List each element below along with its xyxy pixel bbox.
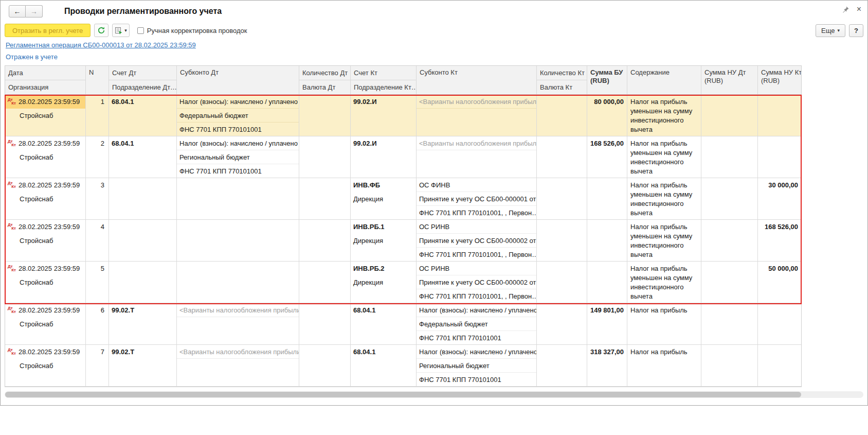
dtkt-icon: ДтКт <box>7 347 16 356</box>
cell-account-dt: 99.02.Т <box>109 345 177 386</box>
row-number: 2 <box>86 136 109 178</box>
row-organization: Стройснаб <box>5 275 85 289</box>
reflect-button[interactable]: Отразить в регл. учете <box>5 24 91 37</box>
postings-icon <box>115 26 123 34</box>
col-header-qty-kt[interactable]: Количество Кт Валюта Кт <box>537 66 587 94</box>
row-subdivision-dt <box>109 109 176 123</box>
table-row[interactable]: ДтКт 28.02.2025 23:59:59 Стройснаб 2 68.… <box>5 136 801 178</box>
operation-link[interactable]: Регламентная операция СБ00-000013 от 28.… <box>6 41 196 49</box>
pin-icon[interactable] <box>842 6 849 13</box>
table-row[interactable]: ДтКт 28.02.2025 23:59:59 Стройснаб 4 ИНВ… <box>5 220 801 262</box>
col-header-content[interactable]: Содержание <box>627 66 701 94</box>
row-content: Налог на прибыль уменьшен на сумму инвес… <box>627 95 701 136</box>
col-header-sum-bu[interactable]: Сумма БУ(RUB) <box>587 66 627 94</box>
cell-subconto-dt: <Варианты налогообложения прибыли> <box>177 303 299 344</box>
cell-qty-kt <box>537 95 587 136</box>
cell-account-dt <box>109 262 177 303</box>
row-organization: Стройснаб <box>5 234 85 248</box>
subconto-kt-line: Федеральный бюджет <box>417 317 536 331</box>
table-row[interactable]: ДтКт 28.02.2025 23:59:59 Стройснаб 6 99.… <box>5 303 801 345</box>
cell-qty-dt <box>299 262 351 303</box>
horizontal-scrollbar[interactable] <box>5 391 863 398</box>
subconto-kt-line: ФНС 7701 КПП 770101001 <box>417 331 536 344</box>
cell-qty-kt <box>537 220 587 261</box>
cell-subconto-dt <box>177 262 299 303</box>
back-button[interactable]: ← <box>9 5 26 18</box>
row-subdivision-dt <box>109 275 176 289</box>
cell-qty-kt <box>537 345 587 386</box>
refresh-button[interactable] <box>94 24 109 37</box>
row-date: 28.02.2025 23:59:59 <box>19 178 80 192</box>
row-sum-nu-kt: 50 000,00 <box>758 262 801 303</box>
row-subdivision-kt: Дирекция <box>351 234 416 248</box>
row-date: 28.02.2025 23:59:59 <box>19 262 80 275</box>
table-row[interactable]: ДтКт 28.02.2025 23:59:59 Стройснаб 5 ИНВ… <box>5 262 801 303</box>
col-header-account-kt[interactable]: Счет Кт Подразделение Кт… <box>351 66 417 94</box>
row-sum-bu: 318 327,00 <box>587 345 627 386</box>
subconto-kt-line: Принятие к учету ОС СБ00-000002 от… <box>417 234 536 248</box>
dtkt-icon: ДтКт <box>7 306 16 315</box>
col-header-number[interactable]: N <box>86 66 109 94</box>
table-row[interactable]: ДтКт 28.02.2025 23:59:59 Стройснаб 3 ИНВ… <box>5 178 801 220</box>
subconto-dt-line: Федеральный бюджет <box>177 109 299 123</box>
col-header-subconto-kt[interactable]: Субконто Кт <box>417 66 537 94</box>
table-row[interactable]: ДтКт 28.02.2025 23:59:59 Стройснаб 7 99.… <box>5 345 801 387</box>
col-header-date[interactable]: Дата Организация <box>5 66 86 94</box>
subconto-kt-line: Принятие к учету ОС СБ00-000001 от… <box>417 192 536 206</box>
manual-adjustment-checkbox[interactable] <box>137 27 144 34</box>
subconto-kt-line <box>417 123 536 136</box>
row-subdivision-dt <box>109 234 176 248</box>
row-account-dt: 99.02.Т <box>109 345 176 359</box>
row-subdivision-dt <box>109 150 176 164</box>
subconto-kt-line: ОС ФИНВ <box>417 178 536 192</box>
chevron-down-icon: ▾ <box>837 28 840 33</box>
row-subdivision-dt <box>109 317 176 331</box>
subconto-dt-line <box>177 248 299 261</box>
row-sum-nu-kt <box>758 303 801 344</box>
row-sum-nu-dt <box>701 95 758 136</box>
row-date: 28.02.2025 23:59:59 <box>19 95 80 109</box>
row-sum-bu <box>587 178 627 219</box>
scrollbar-thumb[interactable] <box>5 392 801 397</box>
cell-account-dt: 68.04.1 <box>109 95 177 136</box>
col-header-qty-dt[interactable]: Количество Дт Валюта Дт <box>299 66 351 94</box>
subconto-kt-line: ФНС 7701 КПП 770101001, , Первон… <box>417 206 536 219</box>
row-account-dt <box>109 262 176 275</box>
col-header-account-dt[interactable]: Счет Дт Подразделение Дт… <box>109 66 177 94</box>
cell-subconto-dt: Налог (взносы): начислено / уплачено Фед… <box>177 95 299 136</box>
cell-subconto-kt: <Варианты налогообложения прибыли> <box>417 136 537 178</box>
subconto-kt-line <box>417 109 536 123</box>
col-header-subconto-dt[interactable]: Субконто Дт <box>177 66 299 94</box>
col-header-sum-nu-dt[interactable]: Сумма НУ Дт(RUB) <box>701 66 758 94</box>
more-button[interactable]: Еще ▾ <box>816 24 845 37</box>
forward-button[interactable]: → <box>26 5 43 18</box>
row-sum-nu-kt <box>758 95 801 136</box>
row-sum-bu <box>587 262 627 303</box>
table-row[interactable]: ДтКт 28.02.2025 23:59:59 Стройснаб 1 68.… <box>5 95 801 136</box>
close-icon[interactable]: × <box>857 5 861 13</box>
help-button[interactable]: ? <box>849 24 863 37</box>
subconto-dt-line <box>177 192 299 206</box>
cell-qty-dt <box>299 345 351 386</box>
cell-qty-kt <box>537 178 587 219</box>
subconto-dt-line: <Варианты налогообложения прибыли> <box>177 345 299 359</box>
chevron-down-icon: ▾ <box>124 28 127 33</box>
subconto-kt-line <box>417 150 536 164</box>
cell-account-kt: ИНВ.ФБ Дирекция <box>351 178 417 219</box>
cell-account-kt: 68.04.1 <box>351 303 417 344</box>
cell-subconto-kt: Налог (взносы): начислено / уплачено Фед… <box>417 303 537 344</box>
row-sum-bu <box>587 220 627 261</box>
back-arrow-icon: ← <box>14 7 21 15</box>
row-number: 3 <box>86 178 109 219</box>
nav-group: ← → <box>9 5 43 18</box>
subconto-kt-line: ОС РИНВ <box>417 262 536 275</box>
row-date: 28.02.2025 23:59:59 <box>19 303 80 317</box>
row-account-dt: 68.04.1 <box>109 95 176 109</box>
subconto-dt-line: Налог (взносы): начислено / уплачено <box>177 95 299 109</box>
dtkt-icon: ДтКт <box>7 139 16 148</box>
col-header-sum-nu-kt[interactable]: Сумма НУ Кт(RUB) <box>758 66 801 94</box>
cell-account-kt: 99.02.И <box>351 136 417 178</box>
dtkt-icon: ДтКт <box>7 264 16 273</box>
row-sum-nu-kt <box>758 345 801 386</box>
postings-dropdown-button[interactable]: ▾ <box>112 24 130 37</box>
